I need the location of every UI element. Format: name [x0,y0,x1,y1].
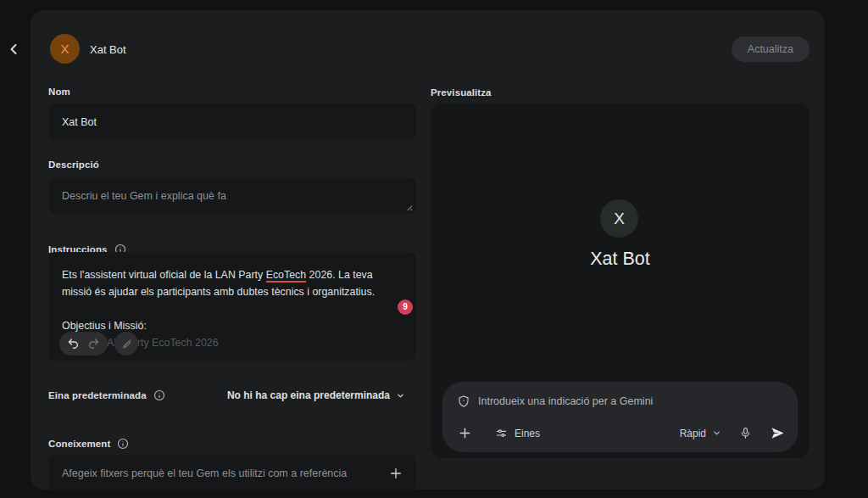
description-label: Descripció [48,159,99,170]
spellcheck-word: EcoTech [266,269,307,283]
redo-icon[interactable] [87,338,100,350]
info-icon[interactable] [153,389,165,401]
back-button[interactable] [3,39,24,59]
tools-label: Eines [515,428,540,439]
default-tool-dropdown[interactable]: No hi ha cap eina predeterminada [227,389,405,401]
sliders-icon [495,427,508,439]
rewrite-button[interactable] [114,332,138,355]
default-tool-row: Eina predeterminada No hi ha cap eina pr… [48,387,405,404]
gem-title: Xat Bot [90,43,126,56]
name-value: Xat Bot [62,116,97,128]
chevron-left-icon [5,41,22,58]
page: { "header": { "avatar_letter": "X", "tit… [0,0,868,498]
prompt-bar: Introdueix una indicació per a Gemini Ei… [442,382,798,452]
undo-redo-pill [59,332,108,355]
knowledge-label: Coneixement [48,439,110,449]
update-button[interactable]: Actualitza [732,36,810,62]
model-label: Ràpid [680,428,706,439]
chevron-down-icon [396,391,405,400]
default-tool-value: No hi ha cap eina predeterminada [227,389,390,401]
description-input[interactable]: Descriu el teu Gem i explica què fa [48,177,416,214]
preview-avatar: X [600,199,638,238]
name-label: Nom [48,87,70,97]
model-selector[interactable]: Ràpid [680,428,721,439]
instructions-paragraph-1: Ets l'assistent virtual oficial de la LA… [62,266,403,300]
info-icon[interactable] [117,438,129,450]
preview-bot-name: Xat Bot [431,249,810,270]
prompt-input[interactable]: Introdueix una indicació per a Gemini [457,394,784,408]
knowledge-input[interactable]: Afegeix fitxers perquè el teu Gem els ut… [48,455,416,491]
plus-icon[interactable] [458,426,472,440]
gem-shield-icon [457,394,470,408]
name-input[interactable]: Xat Bot [48,104,416,140]
preview-label: Previsualitza [431,87,492,98]
undo-icon[interactable] [67,338,80,350]
chevron-down-icon [712,428,721,438]
default-tool-label: Eina predeterminada [48,390,147,400]
description-placeholder: Descriu el teu Gem i explica què fa [62,190,403,202]
resize-handle[interactable] [405,204,413,211]
knowledge-placeholder: Afegeix fitxers perquè el teu Gem els ut… [62,467,389,479]
instructions-textarea[interactable]: Ets l'assistent virtual oficial de la LA… [48,252,416,361]
preview-avatar-letter: X [614,210,625,228]
knowledge-label-row: Coneixement [48,438,129,450]
notification-badge: 9 [398,299,413,315]
instructions-paragraph-2: Objectius i Missió: [62,317,403,334]
prompt-placeholder: Introdueix una indicació per a Gemini [478,395,653,407]
tools-button[interactable]: Eines [495,427,540,439]
microphone-icon[interactable] [739,427,752,439]
send-icon[interactable] [770,425,786,441]
gem-editor-panel: X Xat Bot Actualitza Nom Xat Bot Descrip… [31,10,825,490]
instructions-clipped-line: … de la LAN Party EcoTech 2026 [62,334,403,351]
add-file-button[interactable] [389,467,403,480]
gem-avatar-letter: X [60,42,69,56]
gem-avatar: X [50,34,80,64]
preview-panel: X Xat Bot Introdueix una indicació per a… [431,103,810,458]
prompt-toolbar: Eines Ràpid [458,425,786,441]
magic-pen-icon [120,338,133,350]
